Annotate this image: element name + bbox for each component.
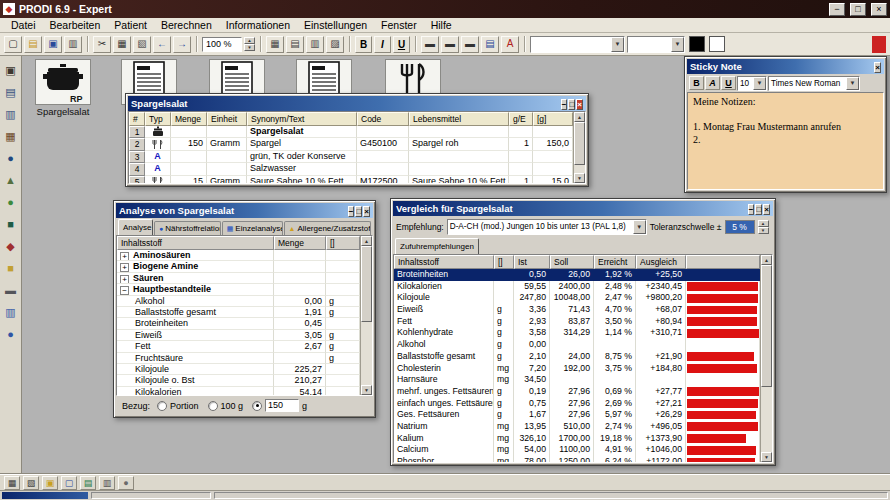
synonym-cell[interactable]: grün, TK oder Konserve bbox=[247, 151, 357, 163]
sidebar-menu-plan-button[interactable]: ▤ bbox=[2, 84, 19, 100]
cards-view-button[interactable]: ▨ bbox=[326, 36, 344, 53]
nutrient-row[interactable]: Broteinheiten0,45 bbox=[117, 318, 360, 329]
redo-button[interactable]: → bbox=[173, 36, 191, 53]
comparison-row[interactable]: einfach unges. Fettsäureng0,7527,962,69 … bbox=[394, 398, 760, 410]
einheit-cell[interactable] bbox=[207, 163, 247, 175]
sidebar-meal-button[interactable]: ▦ bbox=[2, 128, 19, 144]
tab-allergene-zusatzstoffe[interactable]: ▲Allergene/Zusatzstoffe bbox=[284, 221, 371, 235]
menu-item-informationen[interactable]: Informationen bbox=[219, 18, 297, 32]
bezug-option-100-g[interactable]: 100 g bbox=[208, 401, 244, 411]
expander-icon[interactable]: − bbox=[120, 286, 129, 295]
analysis-maximize-button[interactable]: □ bbox=[355, 206, 362, 217]
zoom-up-button[interactable]: ▲ bbox=[244, 37, 255, 44]
menge-cell[interactable] bbox=[171, 126, 207, 138]
comparison-row[interactable]: mehrf. unges. Fettsäureng0,1927,960,69 %… bbox=[394, 386, 760, 398]
zoom-input[interactable]: 100 % bbox=[202, 37, 242, 52]
comparison-row[interactable]: Kohlenhydrateg3,58314,291,14 %+310,71 bbox=[394, 327, 760, 339]
menu-item-berechnen[interactable]: Berechnen bbox=[154, 18, 219, 32]
nutrient-row[interactable]: Fett2,67g bbox=[117, 341, 360, 352]
print-button[interactable]: ▥ bbox=[64, 36, 82, 53]
comparison-row[interactable]: Alkoholg0,00 bbox=[394, 339, 760, 351]
recipe-spargelsalat-icon[interactable]: RPSpargelsalat bbox=[35, 59, 91, 117]
menu-item-patient[interactable]: Patient bbox=[107, 18, 154, 32]
recommendation-select[interactable]: D-A-CH (mod.) Jungen 10 bis unter 13 (PA… bbox=[447, 219, 647, 235]
comparison-row[interactable]: Kilokalorien59,552400,002,48 %+2340,45 bbox=[394, 281, 760, 293]
comparison-row[interactable]: Fettg2,9383,873,50 %+80,94 bbox=[394, 316, 760, 328]
menu-item-bearbeiten[interactable]: Bearbeiten bbox=[43, 18, 108, 32]
comparison-column-header-soll[interactable]: Soll bbox=[550, 255, 594, 269]
list-button[interactable]: ▤ bbox=[481, 36, 499, 53]
scroll-up-button[interactable]: ▲ bbox=[361, 236, 372, 246]
recipe-window-titlebar[interactable]: Spargelsalat −□× bbox=[128, 96, 586, 111]
nutrient-group-row[interactable]: −Hauptbestandteile bbox=[117, 284, 360, 295]
new-document-button[interactable]: ▢ bbox=[4, 36, 22, 53]
analysis-close-button[interactable]: × bbox=[363, 206, 370, 217]
undo-button[interactable]: ← bbox=[153, 36, 171, 53]
comparison-window-titlebar[interactable]: Vergleich für Spargelsalat −□× bbox=[393, 201, 773, 216]
nutrient-row[interactable]: Ballaststoffe gesamt1,91g bbox=[117, 307, 360, 318]
zoom-down-button[interactable]: ▼ bbox=[244, 44, 255, 51]
fill-color-swatch[interactable] bbox=[709, 36, 725, 52]
analysis-column-header-menge[interactable]: Menge bbox=[274, 236, 326, 250]
sidebar-recipes-button[interactable]: ▣ bbox=[2, 62, 19, 78]
nutrient-row[interactable]: Fruchtsäureg bbox=[117, 353, 360, 364]
menu-item-fenster[interactable]: Fenster bbox=[374, 18, 424, 32]
analysis-scrollbar[interactable]: ▲▼ bbox=[360, 236, 372, 395]
bezug-amount-input[interactable]: 150 bbox=[265, 399, 299, 412]
tab-nährstoffrelation[interactable]: ●Nährstoffrelation bbox=[154, 221, 221, 235]
nutrient-group-row[interactable]: +Biogene Amine bbox=[117, 261, 360, 272]
menu-item-einstellungen[interactable]: Einstellungen bbox=[297, 18, 374, 32]
code-cell[interactable] bbox=[357, 126, 409, 138]
open-button[interactable]: ▤ bbox=[24, 36, 42, 53]
recipe-column-header-synonym-text[interactable]: Synonym/Text bbox=[247, 112, 357, 126]
comparison-row[interactable]: Calciummg54,001100,004,91 %+1046,00 bbox=[394, 444, 760, 456]
sidebar-anthropometry-button[interactable]: ▲ bbox=[2, 172, 19, 188]
copy-button[interactable]: ▦ bbox=[113, 36, 131, 53]
expander-icon[interactable]: + bbox=[120, 275, 129, 284]
sticky-close-button[interactable]: × bbox=[874, 62, 881, 73]
nutrient-row[interactable]: Kilojoule225,27 bbox=[117, 364, 360, 375]
comparison-row[interactable]: Ges. Fettsäureng1,6727,965,97 %+26,29 bbox=[394, 409, 760, 421]
recipe-column-header-einheit[interactable]: Einheit bbox=[207, 112, 247, 126]
comparison-column-header-ist[interactable]: Ist bbox=[514, 255, 550, 269]
einheit-cell[interactable]: Gramm bbox=[207, 138, 247, 150]
analysis-column-header-inhaltsstoff[interactable]: Inhaltsstoff bbox=[117, 236, 274, 250]
ge-cell[interactable]: 1 bbox=[509, 176, 533, 183]
sticky-note-new-button[interactable]: ▣ bbox=[42, 476, 58, 490]
ge-cell[interactable]: 1 bbox=[509, 138, 533, 150]
italic-button[interactable]: I bbox=[374, 36, 391, 53]
recipe-column-header-typ[interactable]: Typ bbox=[145, 112, 171, 126]
analysis-window-titlebar[interactable]: Analyse von Spargelsalat −□× bbox=[116, 203, 373, 218]
einheit-cell[interactable] bbox=[207, 151, 247, 163]
ge-cell[interactable] bbox=[509, 163, 533, 175]
code-cell[interactable] bbox=[357, 163, 409, 175]
expander-icon[interactable]: + bbox=[120, 263, 129, 272]
comparison-row[interactable]: Kilojoule247,8010048,002,47 %+9800,20 bbox=[394, 292, 760, 304]
sticky-note-text[interactable]: Meine Notizen: 1. Montag Frau Mustermann… bbox=[687, 92, 884, 190]
nutrient-row[interactable]: Kilojoule o. Bst210,27 bbox=[117, 375, 360, 386]
recipe-column-header-menge[interactable]: Menge bbox=[171, 112, 207, 126]
sticky-bold-button[interactable]: B bbox=[689, 76, 704, 90]
scroll-up-button[interactable]: ▲ bbox=[761, 255, 772, 265]
sidebar-lab-button[interactable]: ◆ bbox=[2, 238, 19, 254]
align-left-button[interactable]: ▬ bbox=[421, 36, 439, 53]
tolerance-up-button[interactable]: ▲ bbox=[758, 220, 769, 227]
analysis-minimize-button[interactable]: − bbox=[348, 206, 355, 217]
recipe-column-header-lebensmittel[interactable]: Lebensmittel bbox=[409, 112, 509, 126]
recipe-column-header-g[interactable]: [g] bbox=[533, 112, 573, 126]
bold-button[interactable]: B bbox=[355, 36, 372, 53]
paste-button[interactable]: ▧ bbox=[133, 36, 151, 53]
gramm-cell[interactable] bbox=[533, 126, 573, 138]
code-cell[interactable]: M172500 bbox=[357, 176, 409, 183]
ge-cell[interactable] bbox=[509, 126, 533, 138]
recipe-row[interactable]: 1Spargelsalat bbox=[129, 126, 573, 138]
code-cell[interactable]: G450100 bbox=[357, 138, 409, 150]
scroll-thumb[interactable] bbox=[761, 265, 772, 387]
text-color-swatch[interactable] bbox=[689, 36, 705, 52]
lebensmittel-cell[interactable]: Saure Sahne 10 % Fett bbox=[409, 176, 509, 183]
sticky-font-size-select[interactable]: 10 ▼ bbox=[737, 76, 767, 91]
row-number-cell[interactable]: 4 bbox=[129, 163, 145, 175]
align-center-button[interactable]: ▬ bbox=[441, 36, 459, 53]
chevron-down-icon[interactable]: ▼ bbox=[671, 37, 684, 52]
style-select[interactable]: ▼ bbox=[530, 36, 625, 53]
